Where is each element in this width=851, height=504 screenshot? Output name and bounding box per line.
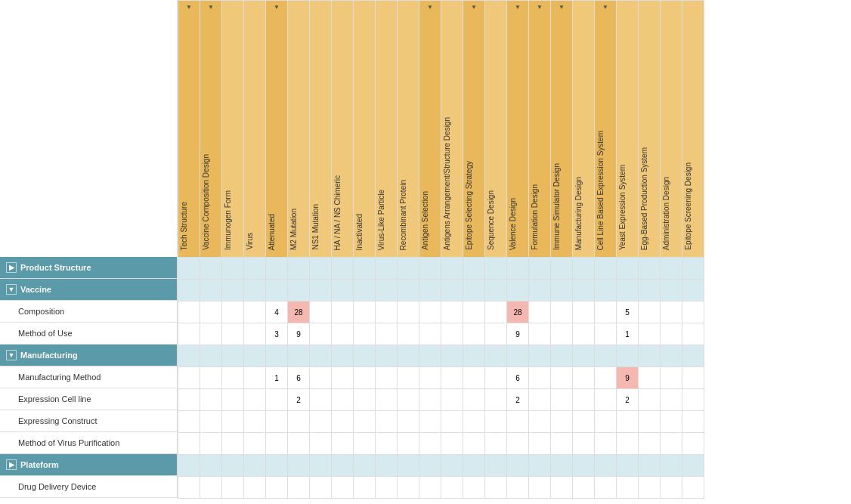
cell-expression_cell_line-yeast_expression[interactable]: 2 bbox=[617, 389, 639, 411]
cell-drug_delivery-virus[interactable] bbox=[244, 477, 266, 499]
cell-composition-immune_simulator[interactable] bbox=[551, 301, 573, 323]
col-header-vaccine_composition[interactable]: ▼Vaccine Composition Design bbox=[200, 1, 222, 258]
cell-expression_cell_line-m2_mutation[interactable]: 2 bbox=[288, 389, 310, 411]
cell-method_of_use-ha_ns_chimeric[interactable] bbox=[332, 323, 354, 345]
cell-manufacturing_method-attenuated[interactable]: 1 bbox=[266, 367, 288, 389]
cell-expression_cell_line-cell_line[interactable] bbox=[595, 389, 617, 411]
cell-expressing_construct-immune_simulator[interactable] bbox=[551, 411, 573, 433]
cell-drug_delivery-immunogen_form[interactable] bbox=[222, 477, 244, 499]
collapse-icon[interactable]: ▼ bbox=[6, 350, 17, 360]
cell-expression_cell_line-vaccine_composition[interactable] bbox=[200, 389, 222, 411]
cell-method_virus_purification-antigens_arrangement[interactable] bbox=[441, 433, 463, 455]
cell-manufacturing_method-sequence_design[interactable] bbox=[485, 367, 507, 389]
dropdown-arrow-icon[interactable]: ▼ bbox=[602, 4, 608, 11]
cell-plateform-formulation_design[interactable] bbox=[529, 455, 551, 477]
cell-method_virus_purification-ha_ns_chimeric[interactable] bbox=[332, 433, 354, 455]
cell-method_of_use-vaccine_composition[interactable] bbox=[200, 323, 222, 345]
cell-drug_delivery-cell_line[interactable] bbox=[595, 477, 617, 499]
cell-method_of_use-vlp[interactable] bbox=[376, 323, 398, 345]
cell-vaccine-epitope_selecting[interactable] bbox=[463, 280, 485, 301]
cell-expression_cell_line-epitope_selecting[interactable] bbox=[463, 389, 485, 411]
cell-manufacturing-epitope_selecting[interactable] bbox=[463, 345, 485, 367]
cell-composition-antigen_selection[interactable] bbox=[419, 301, 441, 323]
cell-plateform-egg_based[interactable] bbox=[639, 455, 661, 477]
cell-expressing_construct-manufacturing_design[interactable] bbox=[573, 411, 595, 433]
cell-method_virus_purification-egg_based[interactable] bbox=[639, 433, 661, 455]
cell-expressing_construct-yeast_expression[interactable] bbox=[617, 411, 639, 433]
cell-manufacturing-sequence_design[interactable] bbox=[485, 345, 507, 367]
cell-plateform-sequence_design[interactable] bbox=[485, 455, 507, 477]
cell-manufacturing_method-epitope_screening[interactable] bbox=[682, 367, 704, 389]
cell-manufacturing-virus[interactable] bbox=[244, 345, 266, 367]
cell-expression_cell_line-immunogen_form[interactable] bbox=[222, 389, 244, 411]
cell-drug_delivery-yeast_expression[interactable] bbox=[617, 477, 639, 499]
cell-vaccine-inactivated[interactable] bbox=[354, 280, 376, 301]
cell-vaccine-m2_mutation[interactable] bbox=[288, 280, 310, 301]
cell-manufacturing-immune_simulator[interactable] bbox=[551, 345, 573, 367]
cell-expression_cell_line-formulation_design[interactable] bbox=[529, 389, 551, 411]
cell-expression_cell_line-immune_simulator[interactable] bbox=[551, 389, 573, 411]
cell-method_virus_purification-vlp[interactable] bbox=[376, 433, 398, 455]
cell-composition-manufacturing_design[interactable] bbox=[573, 301, 595, 323]
cell-composition-formulation_design[interactable] bbox=[529, 301, 551, 323]
cell-method_virus_purification-virus[interactable] bbox=[244, 433, 266, 455]
cell-composition-attenuated[interactable]: 4 bbox=[266, 301, 288, 323]
cell-composition-yeast_expression[interactable]: 5 bbox=[617, 301, 639, 323]
cell-vaccine-valence_design[interactable] bbox=[507, 280, 529, 301]
cell-manufacturing_method-yeast_expression[interactable]: 9 bbox=[617, 367, 639, 389]
cell-vaccine-ha_ns_chimeric[interactable] bbox=[332, 280, 354, 301]
cell-expression_cell_line-ha_ns_chimeric[interactable] bbox=[332, 389, 354, 411]
cell-product_structure-recombinant_protein[interactable] bbox=[398, 258, 419, 280]
cell-plateform-administration_design[interactable] bbox=[661, 455, 682, 477]
cell-manufacturing-manufacturing_design[interactable] bbox=[573, 345, 595, 367]
cell-plateform-cell_line[interactable] bbox=[595, 455, 617, 477]
cell-drug_delivery-vaccine_composition[interactable] bbox=[200, 477, 222, 499]
cell-method_of_use-tech_structure[interactable] bbox=[178, 323, 200, 345]
cell-vaccine-formulation_design[interactable] bbox=[529, 280, 551, 301]
cell-drug_delivery-egg_based[interactable] bbox=[639, 477, 661, 499]
cell-product_structure-ns1_mutation[interactable] bbox=[310, 258, 332, 280]
cell-expressing_construct-vlp[interactable] bbox=[376, 411, 398, 433]
cell-product_structure-immune_simulator[interactable] bbox=[551, 258, 573, 280]
cell-drug_delivery-antigen_selection[interactable] bbox=[419, 477, 441, 499]
dropdown-arrow-icon[interactable]: ▼ bbox=[515, 4, 521, 11]
cell-drug_delivery-vlp[interactable] bbox=[376, 477, 398, 499]
cell-expression_cell_line-valence_design[interactable]: 2 bbox=[507, 389, 529, 411]
cell-vaccine-antigens_arrangement[interactable] bbox=[441, 280, 463, 301]
cell-method_virus_purification-attenuated[interactable] bbox=[266, 433, 288, 455]
cell-plateform-epitope_screening[interactable] bbox=[682, 455, 704, 477]
cell-manufacturing-antigen_selection[interactable] bbox=[419, 345, 441, 367]
cell-method_of_use-virus[interactable] bbox=[244, 323, 266, 345]
cell-plateform-tech_structure[interactable] bbox=[178, 455, 200, 477]
cell-composition-antigens_arrangement[interactable] bbox=[441, 301, 463, 323]
cell-vaccine-antigen_selection[interactable] bbox=[419, 280, 441, 301]
cell-vaccine-manufacturing_design[interactable] bbox=[573, 280, 595, 301]
cell-drug_delivery-sequence_design[interactable] bbox=[485, 477, 507, 499]
cell-method_virus_purification-epitope_selecting[interactable] bbox=[463, 433, 485, 455]
cell-method_virus_purification-immunogen_form[interactable] bbox=[222, 433, 244, 455]
cell-plateform-yeast_expression[interactable] bbox=[617, 455, 639, 477]
cell-plateform-immunogen_form[interactable] bbox=[222, 455, 244, 477]
cell-drug_delivery-manufacturing_design[interactable] bbox=[573, 477, 595, 499]
cell-method_of_use-epitope_selecting[interactable] bbox=[463, 323, 485, 345]
col-header-valence_design[interactable]: ▼Valence Design bbox=[507, 1, 529, 258]
cell-method_of_use-antigens_arrangement[interactable] bbox=[441, 323, 463, 345]
cell-method_of_use-m2_mutation[interactable]: 9 bbox=[288, 323, 310, 345]
cell-expression_cell_line-attenuated[interactable] bbox=[266, 389, 288, 411]
cell-composition-virus[interactable] bbox=[244, 301, 266, 323]
cell-drug_delivery-tech_structure[interactable] bbox=[178, 477, 200, 499]
cell-vaccine-egg_based[interactable] bbox=[639, 280, 661, 301]
cell-composition-vlp[interactable] bbox=[376, 301, 398, 323]
cell-product_structure-immunogen_form[interactable] bbox=[222, 258, 244, 280]
cell-expression_cell_line-egg_based[interactable] bbox=[639, 389, 661, 411]
cell-expressing_construct-epitope_selecting[interactable] bbox=[463, 411, 485, 433]
cell-method_of_use-attenuated[interactable]: 3 bbox=[266, 323, 288, 345]
cell-manufacturing_method-ns1_mutation[interactable] bbox=[310, 367, 332, 389]
dropdown-arrow-icon[interactable]: ▼ bbox=[274, 4, 280, 11]
cell-drug_delivery-immune_simulator[interactable] bbox=[551, 477, 573, 499]
cell-expression_cell_line-recombinant_protein[interactable] bbox=[398, 389, 419, 411]
cell-product_structure-vlp[interactable] bbox=[376, 258, 398, 280]
cell-vaccine-immunogen_form[interactable] bbox=[222, 280, 244, 301]
dropdown-arrow-icon[interactable]: ▼ bbox=[208, 4, 214, 11]
cell-drug_delivery-attenuated[interactable] bbox=[266, 477, 288, 499]
